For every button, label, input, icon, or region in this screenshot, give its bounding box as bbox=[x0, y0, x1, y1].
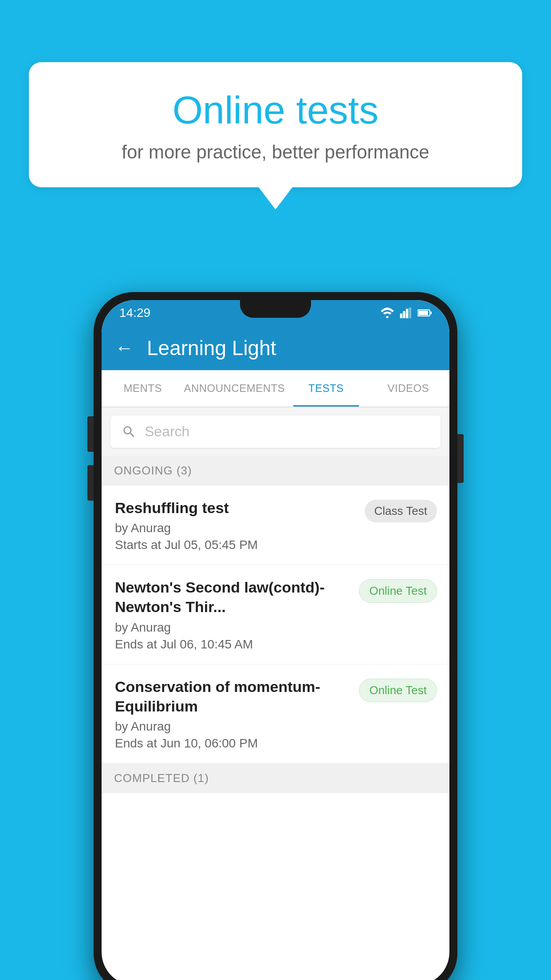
tab-tests[interactable]: TESTS bbox=[285, 370, 367, 407]
speech-bubble-subtitle: for more practice, better performance bbox=[60, 142, 491, 163]
ongoing-section-header: ONGOING (3) bbox=[102, 456, 449, 486]
tab-videos[interactable]: VIDEOS bbox=[367, 370, 449, 407]
status-time: 14:29 bbox=[119, 306, 150, 320]
tab-ments[interactable]: MENTS bbox=[102, 370, 184, 407]
test-date-newton: Ends at Jul 06, 10:45 AM bbox=[115, 637, 350, 652]
battery-icon bbox=[417, 308, 432, 317]
phone-frame: 14:29 bbox=[94, 292, 457, 980]
notch bbox=[240, 300, 311, 318]
svg-rect-6 bbox=[418, 311, 428, 315]
search-container: Search bbox=[102, 407, 449, 456]
test-item-reshuffling[interactable]: Reshuffling test by Anurag Starts at Jul… bbox=[102, 486, 449, 565]
test-info-newton: Newton's Second law(contd)-Newton's Thir… bbox=[115, 577, 350, 651]
completed-label: COMPLETED (1) bbox=[114, 771, 209, 785]
test-title-conservation: Conservation of momentum-Equilibrium bbox=[115, 677, 350, 716]
signal-icon bbox=[400, 308, 412, 318]
completed-section-header: COMPLETED (1) bbox=[102, 763, 449, 793]
test-title-newton: Newton's Second law(contd)-Newton's Thir… bbox=[115, 577, 350, 616]
test-title-reshuffling: Reshuffling test bbox=[115, 498, 356, 518]
back-button[interactable]: ← bbox=[115, 337, 134, 359]
test-date-reshuffling: Starts at Jul 05, 05:45 PM bbox=[115, 538, 356, 552]
power-button bbox=[457, 434, 464, 483]
svg-rect-2 bbox=[406, 309, 408, 318]
speech-bubble-arrow bbox=[259, 187, 292, 209]
test-item-newton[interactable]: Newton's Second law(contd)-Newton's Thir… bbox=[102, 565, 449, 664]
test-author-newton: by Anurag bbox=[115, 620, 350, 635]
test-info-conservation: Conservation of momentum-Equilibrium by … bbox=[115, 677, 350, 751]
status-icons bbox=[380, 308, 432, 318]
app-title: Learning Light bbox=[147, 336, 276, 360]
tab-announcements[interactable]: ANNOUNCEMENTS bbox=[184, 370, 285, 407]
volume-up-button bbox=[87, 416, 94, 452]
search-placeholder: Search bbox=[145, 423, 189, 440]
svg-rect-1 bbox=[403, 311, 405, 318]
svg-rect-3 bbox=[409, 308, 411, 318]
test-author-reshuffling: by Anurag bbox=[115, 521, 356, 535]
test-badge-newton: Online Test bbox=[359, 579, 437, 603]
test-badge-reshuffling: Class Test bbox=[365, 500, 437, 522]
ongoing-label: ONGOING (3) bbox=[114, 464, 192, 477]
test-author-conservation: by Anurag bbox=[115, 719, 350, 734]
tabs-bar: MENTS ANNOUNCEMENTS TESTS VIDEOS bbox=[102, 370, 449, 407]
search-bar[interactable]: Search bbox=[110, 415, 441, 448]
wifi-icon bbox=[380, 308, 394, 318]
test-badge-conservation: Online Test bbox=[359, 679, 437, 702]
speech-bubble-container: Online tests for more practice, better p… bbox=[29, 62, 522, 209]
svg-rect-5 bbox=[430, 312, 432, 314]
test-date-conservation: Ends at Jun 10, 06:00 PM bbox=[115, 736, 350, 751]
speech-bubble-title: Online tests bbox=[60, 89, 491, 132]
volume-down-button bbox=[87, 465, 94, 501]
speech-bubble: Online tests for more practice, better p… bbox=[29, 62, 522, 187]
status-bar: 14:29 bbox=[102, 300, 449, 326]
phone-screen: 14:29 bbox=[102, 300, 449, 980]
test-item-conservation[interactable]: Conservation of momentum-Equilibrium by … bbox=[102, 664, 449, 763]
test-list: Reshuffling test by Anurag Starts at Jul… bbox=[102, 486, 449, 763]
svg-rect-0 bbox=[400, 313, 402, 318]
test-info-reshuffling: Reshuffling test by Anurag Starts at Jul… bbox=[115, 498, 356, 552]
search-icon bbox=[122, 424, 137, 439]
app-bar: ← Learning Light bbox=[102, 326, 449, 370]
